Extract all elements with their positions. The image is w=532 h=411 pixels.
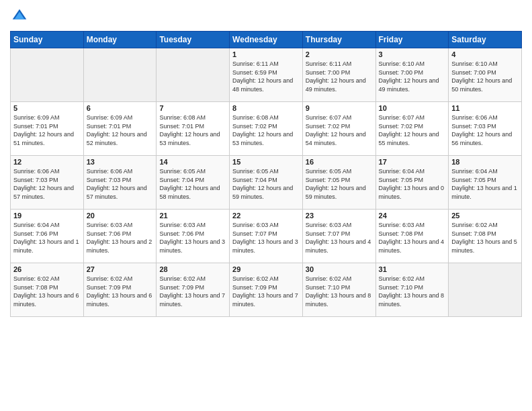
calendar-body: 1Sunrise: 6:11 AM Sunset: 6:59 PM Daylig…: [11, 48, 522, 317]
day-number: 13: [87, 158, 154, 166]
calendar-cell: 15Sunrise: 6:05 AM Sunset: 7:04 PM Dayli…: [230, 156, 303, 210]
calendar-cell: 30Sunrise: 6:02 AM Sunset: 7:10 PM Dayli…: [302, 263, 375, 317]
calendar-cell: 14Sunrise: 6:05 AM Sunset: 7:04 PM Dayli…: [157, 156, 230, 210]
calendar-cell: 21Sunrise: 6:03 AM Sunset: 7:06 PM Dayli…: [157, 210, 230, 263]
calendar-cell: [11, 48, 84, 102]
weekday-friday: Friday: [375, 32, 449, 48]
calendar-cell: 23Sunrise: 6:03 AM Sunset: 7:07 PM Dayli…: [302, 210, 375, 263]
calendar-week-2: 5Sunrise: 6:09 AM Sunset: 7:01 PM Daylig…: [11, 102, 522, 156]
cell-info: Sunrise: 6:03 AM Sunset: 7:07 PM Dayligh…: [306, 221, 373, 255]
calendar-cell: 19Sunrise: 6:04 AM Sunset: 7:06 PM Dayli…: [11, 210, 84, 263]
day-number: 9: [306, 104, 373, 112]
cell-info: Sunrise: 6:05 AM Sunset: 7:05 PM Dayligh…: [306, 167, 373, 201]
calendar-week-5: 26Sunrise: 6:02 AM Sunset: 7:08 PM Dayli…: [11, 263, 522, 317]
cell-info: Sunrise: 6:02 AM Sunset: 7:08 PM Dayligh…: [451, 221, 519, 255]
day-number: 4: [451, 50, 519, 58]
calendar-cell: 25Sunrise: 6:02 AM Sunset: 7:08 PM Dayli…: [449, 210, 522, 263]
day-number: 17: [379, 158, 446, 166]
calendar-table: SundayMondayTuesdayWednesdayThursdayFrid…: [10, 31, 522, 317]
day-number: 24: [379, 212, 446, 220]
page: SundayMondayTuesdayWednesdayThursdayFrid…: [0, 0, 532, 324]
calendar-cell: 20Sunrise: 6:03 AM Sunset: 7:06 PM Dayli…: [83, 210, 157, 263]
day-number: 1: [232, 50, 300, 58]
calendar-cell: 4Sunrise: 6:10 AM Sunset: 7:00 PM Daylig…: [449, 48, 522, 102]
cell-info: Sunrise: 6:06 AM Sunset: 7:03 PM Dayligh…: [13, 167, 81, 201]
calendar-cell: 24Sunrise: 6:03 AM Sunset: 7:08 PM Dayli…: [375, 210, 449, 263]
day-number: 22: [232, 212, 300, 220]
calendar-cell: 31Sunrise: 6:02 AM Sunset: 7:10 PM Dayli…: [375, 263, 449, 317]
day-number: 3: [379, 50, 446, 58]
cell-info: Sunrise: 6:02 AM Sunset: 7:08 PM Dayligh…: [13, 275, 81, 308]
calendar-cell: 11Sunrise: 6:06 AM Sunset: 7:03 PM Dayli…: [449, 102, 522, 156]
cell-info: Sunrise: 6:02 AM Sunset: 7:09 PM Dayligh…: [87, 275, 154, 308]
cell-info: Sunrise: 6:08 AM Sunset: 7:01 PM Dayligh…: [159, 113, 226, 147]
day-number: 27: [87, 265, 154, 273]
cell-info: Sunrise: 6:02 AM Sunset: 7:09 PM Dayligh…: [232, 275, 300, 308]
calendar-cell: 17Sunrise: 6:04 AM Sunset: 7:05 PM Dayli…: [375, 156, 449, 210]
cell-info: Sunrise: 6:03 AM Sunset: 7:06 PM Dayligh…: [87, 221, 154, 255]
calendar-cell: 9Sunrise: 6:07 AM Sunset: 7:02 PM Daylig…: [302, 102, 375, 156]
day-number: 21: [159, 212, 226, 220]
calendar-cell: [83, 48, 157, 102]
weekday-sunday: Sunday: [11, 32, 84, 48]
calendar-cell: 22Sunrise: 6:03 AM Sunset: 7:07 PM Dayli…: [230, 210, 303, 263]
day-number: 8: [232, 104, 300, 112]
weekday-header-row: SundayMondayTuesdayWednesdayThursdayFrid…: [11, 32, 522, 48]
day-number: 11: [451, 104, 519, 112]
cell-info: Sunrise: 6:02 AM Sunset: 7:09 PM Dayligh…: [159, 275, 226, 308]
calendar-cell: 10Sunrise: 6:07 AM Sunset: 7:02 PM Dayli…: [375, 102, 449, 156]
day-number: 31: [379, 265, 446, 273]
cell-info: Sunrise: 6:04 AM Sunset: 7:06 PM Dayligh…: [13, 221, 81, 255]
calendar-cell: 29Sunrise: 6:02 AM Sunset: 7:09 PM Dayli…: [230, 263, 303, 317]
cell-info: Sunrise: 6:04 AM Sunset: 7:05 PM Dayligh…: [451, 167, 519, 201]
day-number: 26: [13, 265, 81, 273]
day-number: 7: [159, 104, 226, 112]
cell-info: Sunrise: 6:05 AM Sunset: 7:04 PM Dayligh…: [232, 167, 300, 201]
cell-info: Sunrise: 6:02 AM Sunset: 7:10 PM Dayligh…: [306, 275, 373, 308]
day-number: 28: [159, 265, 226, 273]
calendar-cell: 7Sunrise: 6:08 AM Sunset: 7:01 PM Daylig…: [157, 102, 230, 156]
day-number: 23: [306, 212, 373, 220]
cell-info: Sunrise: 6:03 AM Sunset: 7:08 PM Dayligh…: [379, 221, 446, 255]
cell-info: Sunrise: 6:07 AM Sunset: 7:02 PM Dayligh…: [379, 113, 446, 147]
cell-info: Sunrise: 6:02 AM Sunset: 7:10 PM Dayligh…: [379, 275, 446, 308]
calendar-week-3: 12Sunrise: 6:06 AM Sunset: 7:03 PM Dayli…: [11, 156, 522, 210]
day-number: 6: [87, 104, 154, 112]
cell-info: Sunrise: 6:06 AM Sunset: 7:03 PM Dayligh…: [87, 167, 154, 201]
cell-info: Sunrise: 6:07 AM Sunset: 7:02 PM Dayligh…: [306, 113, 373, 147]
day-number: 25: [451, 212, 519, 220]
day-number: 12: [13, 158, 81, 166]
calendar-cell: [157, 48, 230, 102]
day-number: 5: [13, 104, 81, 112]
calendar-cell: 16Sunrise: 6:05 AM Sunset: 7:05 PM Dayli…: [302, 156, 375, 210]
day-number: 2: [306, 50, 373, 58]
weekday-tuesday: Tuesday: [157, 32, 230, 48]
calendar-cell: 27Sunrise: 6:02 AM Sunset: 7:09 PM Dayli…: [83, 263, 157, 317]
cell-info: Sunrise: 6:11 AM Sunset: 7:00 PM Dayligh…: [306, 60, 373, 93]
cell-info: Sunrise: 6:03 AM Sunset: 7:07 PM Dayligh…: [232, 221, 300, 255]
calendar-cell: 3Sunrise: 6:10 AM Sunset: 7:00 PM Daylig…: [375, 48, 449, 102]
cell-info: Sunrise: 6:09 AM Sunset: 7:01 PM Dayligh…: [13, 113, 81, 147]
cell-info: Sunrise: 6:11 AM Sunset: 6:59 PM Dayligh…: [232, 60, 300, 93]
calendar-cell: 18Sunrise: 6:04 AM Sunset: 7:05 PM Dayli…: [449, 156, 522, 210]
cell-info: Sunrise: 6:08 AM Sunset: 7:02 PM Dayligh…: [232, 113, 300, 147]
calendar-cell: 13Sunrise: 6:06 AM Sunset: 7:03 PM Dayli…: [83, 156, 157, 210]
day-number: 18: [451, 158, 519, 166]
calendar-cell: 8Sunrise: 6:08 AM Sunset: 7:02 PM Daylig…: [230, 102, 303, 156]
weekday-saturday: Saturday: [449, 32, 522, 48]
logo: [10, 7, 32, 26]
day-number: 20: [87, 212, 154, 220]
calendar-cell: 1Sunrise: 6:11 AM Sunset: 6:59 PM Daylig…: [230, 48, 303, 102]
day-number: 29: [232, 265, 300, 273]
logo-icon: [10, 7, 29, 26]
calendar-week-1: 1Sunrise: 6:11 AM Sunset: 6:59 PM Daylig…: [11, 48, 522, 102]
weekday-monday: Monday: [83, 32, 157, 48]
cell-info: Sunrise: 6:04 AM Sunset: 7:05 PM Dayligh…: [379, 167, 446, 201]
header: [10, 7, 522, 26]
weekday-thursday: Thursday: [302, 32, 375, 48]
day-number: 16: [306, 158, 373, 166]
day-number: 30: [306, 265, 373, 273]
calendar-cell: 6Sunrise: 6:09 AM Sunset: 7:01 PM Daylig…: [83, 102, 157, 156]
calendar-cell: 5Sunrise: 6:09 AM Sunset: 7:01 PM Daylig…: [11, 102, 84, 156]
calendar-cell: 12Sunrise: 6:06 AM Sunset: 7:03 PM Dayli…: [11, 156, 84, 210]
